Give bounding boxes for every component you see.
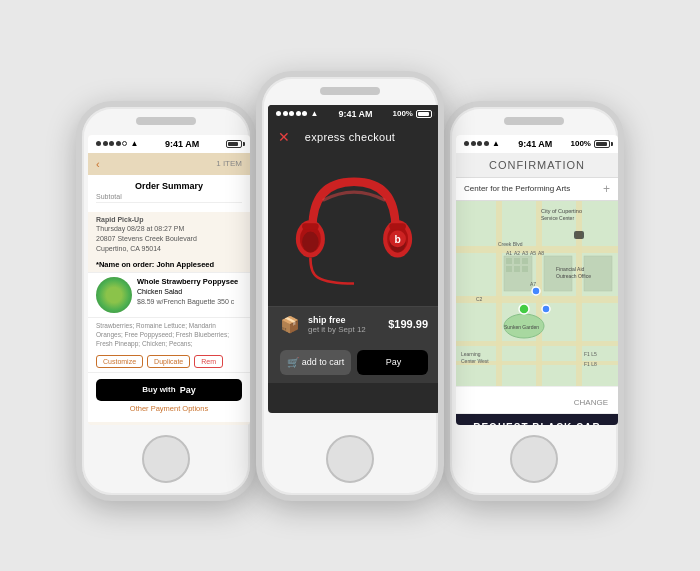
status-bar-center: ▲ 9:41 AM 100%	[268, 105, 440, 123]
rsig-d1	[464, 141, 469, 146]
svg-text:Learning: Learning	[461, 351, 481, 357]
left-nav-header: ‹ 1 ITEM	[88, 153, 250, 175]
svg-text:A1: A1	[506, 250, 512, 256]
pickup-date: Thursday 08/28 at 08:27 PM	[96, 224, 242, 234]
add-cart-label: add to cart	[302, 357, 345, 367]
svg-text:b: b	[395, 234, 401, 245]
ship-text: ship free get it by Sept 12	[308, 315, 380, 334]
sig-d5	[302, 111, 307, 116]
item-row: Whole Strawberry Poppysee Chicken Salad …	[88, 272, 250, 317]
svg-point-48	[542, 305, 550, 313]
item-price: $8.59 w/French Baguette 350 c	[137, 297, 238, 307]
close-button[interactable]: ✕	[278, 129, 290, 145]
time-left: 9:41 AM	[165, 139, 199, 149]
svg-text:Outreach Office: Outreach Office	[556, 273, 591, 279]
order-summary-header: Order Summary Subtotal	[88, 175, 250, 212]
battery-left	[226, 140, 242, 148]
item-image	[96, 277, 132, 313]
product-image-area: b	[268, 151, 440, 306]
product-price: $199.99	[388, 318, 428, 330]
svg-text:Sunken Garden: Sunken Garden	[504, 324, 539, 330]
svg-text:F1 L5: F1 L5	[584, 351, 597, 357]
svg-rect-15	[496, 201, 502, 386]
battery-center	[416, 110, 432, 118]
apple-pay-center-label: Pay	[386, 357, 402, 367]
svg-text:Service Center: Service Center	[541, 215, 574, 221]
svg-text:F1 L8: F1 L8	[584, 361, 597, 367]
phone-right: ▲ 9:41 AM 100% CONFIRMATION Center for t…	[444, 101, 624, 501]
battery-pct-right: 100%	[571, 139, 591, 148]
pickup-address2: Cupertino, CA 95014	[96, 244, 242, 254]
svg-rect-24	[522, 266, 528, 272]
buy-section: Buy with Pay Other Payment Options	[88, 372, 250, 422]
apple-pay-center-button[interactable]: Pay	[357, 350, 428, 375]
headphones-svg: b	[278, 161, 430, 296]
svg-text:Creek Blvd: Creek Blvd	[498, 241, 523, 247]
rsig-d3	[477, 141, 482, 146]
location-label: Center for the Performing Arts	[464, 184, 599, 193]
plus-icon[interactable]: +	[603, 182, 610, 196]
express-checkout-title: express checkout	[290, 131, 410, 143]
confirmation-title: CONFIRMATION	[456, 153, 618, 178]
back-arrow-icon[interactable]: ‹	[96, 158, 100, 170]
time-center: 9:41 AM	[338, 109, 372, 119]
svg-rect-17	[576, 201, 582, 386]
left-screen: ▲ 9:41 AM ‹ 1 ITEM Order Summary Subtota…	[88, 135, 250, 425]
pickup-info: Rapid Pick-Up Thursday 08/28 at 08:27 PM…	[88, 212, 250, 257]
svg-text:Center West: Center West	[461, 358, 489, 364]
item-name: Whole Strawberry Poppysee	[137, 277, 238, 288]
rsig-d4	[484, 141, 489, 146]
subtotal-label: Subtotal	[96, 193, 122, 200]
svg-rect-20	[514, 258, 520, 264]
svg-point-46	[519, 304, 529, 314]
shipping-icon: 📦	[280, 315, 300, 334]
time-right: 9:41 AM	[518, 139, 552, 149]
location-header: Center for the Performing Arts +	[456, 178, 618, 201]
ship-date-label: get it by Sept 12	[308, 325, 380, 334]
svg-rect-9	[389, 223, 406, 229]
cart-icon: 🛒	[287, 357, 299, 368]
apple-logo-icon: Pay	[180, 385, 196, 395]
other-payment-link[interactable]: Other Payment Options	[96, 401, 242, 416]
item-description: Strawberries; Romaine Lettuce; Mandarin …	[88, 317, 250, 351]
wifi-icon-center: ▲	[311, 109, 319, 118]
item-actions: Customize Duplicate Rem	[88, 351, 250, 372]
item-count-badge: 1 ITEM	[216, 159, 242, 168]
sig-d4	[296, 111, 301, 116]
signal-dot-5	[122, 141, 127, 146]
change-row: CHANGE	[456, 386, 618, 414]
svg-rect-22	[506, 266, 512, 272]
customize-button[interactable]: Customize	[96, 355, 143, 368]
sig-d2	[283, 111, 288, 116]
status-bar-left: ▲ 9:41 AM	[88, 135, 250, 153]
svg-rect-23	[514, 266, 520, 272]
svg-rect-19	[506, 258, 512, 264]
svg-text:A3: A3	[522, 250, 528, 256]
battery-right	[594, 140, 610, 148]
name-row: *Name on order: John Appleseed	[88, 257, 250, 272]
apple-pay-button[interactable]: Buy with Pay	[96, 379, 242, 401]
ship-free-label: ship free	[308, 315, 380, 325]
svg-text:A5: A5	[530, 250, 536, 256]
phone-center: ▲ 9:41 AM 100% ✕ express checkout	[256, 71, 444, 501]
svg-rect-21	[522, 258, 528, 264]
status-bar-right: ▲ 9:41 AM 100%	[456, 135, 618, 153]
svg-text:City of Cupertino: City of Cupertino	[541, 208, 582, 214]
rsig-d2	[471, 141, 476, 146]
item-info: Whole Strawberry Poppysee Chicken Salad …	[137, 277, 238, 307]
signal-dot-4	[116, 141, 121, 146]
change-link[interactable]: CHANGE	[574, 398, 608, 407]
wifi-icon-right: ▲	[492, 139, 500, 148]
request-black-car-button[interactable]: REQUEST BLACK CAR	[456, 414, 618, 425]
add-to-cart-button[interactable]: 🛒 add to cart	[280, 350, 351, 375]
item-sub: Chicken Salad	[137, 287, 238, 297]
name-label: *Name on order:	[96, 260, 154, 269]
svg-point-47	[532, 287, 540, 295]
sig-d3	[289, 111, 294, 116]
item-extras: w/French Baguette 350 c	[156, 298, 234, 305]
duplicate-button[interactable]: Duplicate	[147, 355, 190, 368]
signal-dot-2	[103, 141, 108, 146]
battery-pct-center: 100%	[393, 109, 413, 118]
svg-text:Financial Aid: Financial Aid	[556, 266, 585, 272]
remove-button[interactable]: Rem	[194, 355, 223, 368]
